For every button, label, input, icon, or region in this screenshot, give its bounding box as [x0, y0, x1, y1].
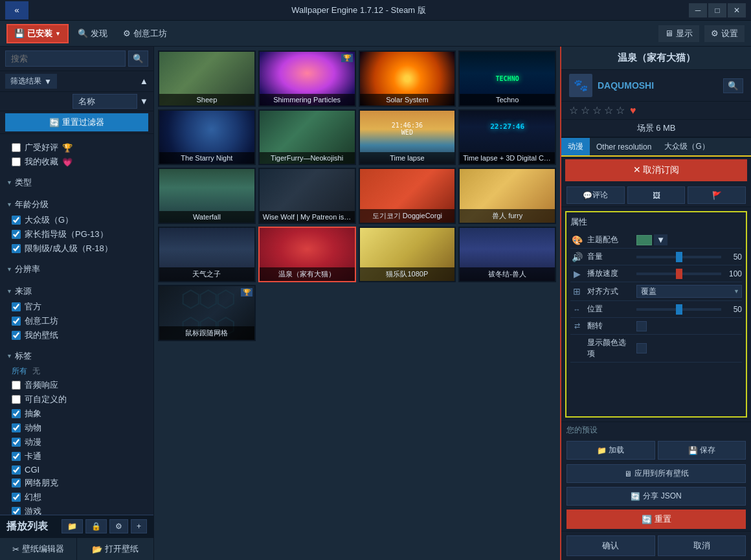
tag-audio-cb[interactable]	[12, 381, 21, 390]
search-btn[interactable]: 🔍	[128, 50, 148, 67]
rp-search-author-btn[interactable]: 🔍	[723, 78, 743, 93]
age-r-checkbox[interactable]	[12, 244, 21, 253]
grid-item-furry[interactable]: 兽人 furry	[458, 168, 556, 224]
workshop-btn[interactable]: ⚙ 创意工坊	[117, 25, 174, 42]
age-pg[interactable]: 家长指导级（PG-13）	[6, 227, 147, 241]
load-preset-btn[interactable]: 📁 加载	[566, 441, 655, 460]
position-slider[interactable]	[636, 308, 721, 311]
sort-select[interactable]: 名称	[73, 94, 137, 109]
playlist-folder-btn[interactable]: 📁	[62, 519, 83, 533]
color-swatch[interactable]	[636, 235, 652, 245]
tag-game-cb[interactable]	[12, 507, 21, 515]
save-preset-btn[interactable]: 💾 保存	[658, 441, 746, 460]
tag-abstract-cb[interactable]	[12, 409, 21, 418]
tag-game[interactable]: 游戏	[6, 504, 147, 515]
playlist-gear-btn[interactable]: ⚙	[109, 519, 128, 533]
search-input[interactable]	[5, 50, 126, 67]
tag-cartoon[interactable]: 卡通	[6, 449, 147, 464]
grid-item-doggi[interactable]: 도기코기 DoggieCorgi	[359, 168, 456, 224]
age-g[interactable]: 大众级（G）	[6, 213, 147, 227]
tags-section-title[interactable]: 标签	[6, 348, 147, 364]
grid-item-tiger[interactable]: TigerFurry—Neokojishi	[258, 109, 356, 166]
apply-all-btn[interactable]: 🖥 应用到所有壁纸	[566, 464, 746, 483]
sort-arrow-btn[interactable]: ▼	[140, 96, 148, 106]
grid-item-mouse[interactable]: ⬡⬡⬡⬡⬡⬡鼠标跟随网格🏆	[158, 285, 256, 341]
tag-cgi[interactable]: CGI	[6, 464, 147, 476]
grid-item-solar[interactable]: Solar System	[359, 50, 456, 107]
reset-btn[interactable]: 🔄 重置	[566, 510, 746, 529]
source-workshop-checkbox[interactable]	[12, 317, 21, 326]
tag-animal-cb[interactable]	[12, 423, 21, 432]
tab-rating-g[interactable]: 大众级（G）	[658, 138, 715, 155]
tag-audio[interactable]: 音频响应	[6, 378, 147, 392]
share-json-btn[interactable]: 🔄 分享 JSON	[566, 487, 746, 506]
resolution-section-title[interactable]: 分辨率	[6, 261, 147, 278]
tags-none-btn[interactable]: 无	[32, 366, 40, 377]
tag-animal[interactable]: 动物	[6, 421, 147, 435]
show-color-checkbox[interactable]	[636, 343, 647, 353]
tag-custom[interactable]: 可自定义的	[6, 392, 147, 407]
source-mine[interactable]: 我的壁纸	[6, 328, 147, 342]
reset-filter-btn[interactable]: 🔄 重置过滤器	[5, 113, 148, 131]
favorites-checkbox[interactable]	[12, 157, 21, 166]
tag-fantasy-cb[interactable]	[12, 493, 21, 502]
source-section-title[interactable]: 来源	[6, 283, 147, 300]
maximize-btn[interactable]: □	[708, 3, 726, 17]
grid-item-waterfall[interactable]: Waterfall	[158, 168, 256, 224]
cancel-btn[interactable]: 取消	[658, 535, 746, 556]
grid-item-sheep[interactable]: Sheep	[158, 50, 256, 107]
sidebar-item-favorites[interactable]: 我的收藏 💗	[6, 155, 147, 169]
tab-anime[interactable]: 动漫	[561, 138, 590, 155]
discover-btn[interactable]: 🔍 发现	[71, 25, 114, 42]
sort-up-btn[interactable]: ▲	[140, 76, 148, 86]
minimize-btn[interactable]: ─	[689, 3, 707, 17]
source-workshop[interactable]: 创意工坊	[6, 314, 147, 328]
age-r[interactable]: 限制级/成人级（R-18）	[6, 241, 147, 256]
grid-item-winter[interactable]: 祓冬结-兽人	[458, 227, 556, 283]
flag-btn[interactable]: 🚩	[688, 186, 746, 204]
flip-checkbox[interactable]	[636, 321, 647, 331]
tag-cyberpunk-cb[interactable]	[12, 478, 21, 487]
grid-item-wisewolf[interactable]: Wise Wolf | My Patreon is out!	[258, 168, 356, 224]
sidebar-item-rating[interactable]: 广受好评 🏆	[6, 140, 147, 155]
age-section-title[interactable]: 年龄分级	[6, 196, 147, 213]
tags-all-btn[interactable]: 所有	[12, 366, 27, 377]
tag-cartoon-cb[interactable]	[12, 452, 21, 461]
grid-item-cat[interactable]: 猫乐队1080P	[359, 227, 456, 283]
comment-btn[interactable]: 💬 评论	[566, 186, 625, 204]
tag-anime[interactable]: 动漫	[6, 435, 147, 449]
speed-slider[interactable]	[636, 273, 721, 275]
volume-slider[interactable]	[636, 256, 721, 258]
color-arrow-btn[interactable]: ▼	[654, 234, 667, 245]
installed-btn[interactable]: 💾 已安装 ▼	[6, 24, 69, 43]
editor-btn[interactable]: ✂ 壁纸编辑器	[0, 538, 77, 560]
screenshot-btn[interactable]: 🖼	[627, 186, 686, 204]
tag-cyberpunk[interactable]: 网络朋克	[6, 476, 147, 490]
grid-item-onsen[interactable]: 温泉（家有大猫）	[258, 227, 356, 283]
grid-item-shimmering[interactable]: Shimmering Particles🏆	[258, 50, 356, 107]
tag-custom-cb[interactable]	[12, 395, 21, 404]
grid-item-timelapse[interactable]: 21:46:36WEDTime lapse	[359, 109, 456, 166]
age-pg-checkbox[interactable]	[12, 230, 21, 239]
nav-back-btn[interactable]: «	[5, 1, 28, 19]
age-g-checkbox[interactable]	[12, 216, 21, 225]
source-official[interactable]: 官方	[6, 300, 147, 314]
display-btn[interactable]: 🖥 显示	[658, 25, 699, 42]
tab-other-resolution[interactable]: Other resolution	[590, 138, 658, 155]
tag-abstract[interactable]: 抽象	[6, 407, 147, 421]
source-official-checkbox[interactable]	[12, 302, 21, 311]
rating-checkbox[interactable]	[12, 143, 21, 152]
tag-fantasy[interactable]: 幻想	[6, 490, 147, 504]
grid-item-timelapse3d[interactable]: 22:27:46Time lapse + 3D Digital Clock	[458, 109, 556, 166]
source-mine-checkbox[interactable]	[12, 331, 21, 340]
playlist-lock-btn[interactable]: 🔒	[85, 519, 107, 533]
favorite-btn[interactable]: ♥	[630, 105, 636, 117]
playlist-add-btn[interactable]: +	[131, 519, 147, 533]
align-select[interactable]: 覆盖 居中 拉伸	[636, 285, 742, 298]
grid-item-weather[interactable]: 天气之子	[158, 227, 256, 283]
open-wallpaper-btn[interactable]: 📂 打开壁纸	[77, 538, 153, 560]
grid-item-starry[interactable]: The Starry Night	[158, 109, 256, 166]
unsubscribe-btn[interactable]: ✕ 取消订阅	[565, 159, 747, 181]
close-btn[interactable]: ✕	[728, 3, 746, 17]
tag-anime-cb[interactable]	[12, 438, 21, 447]
